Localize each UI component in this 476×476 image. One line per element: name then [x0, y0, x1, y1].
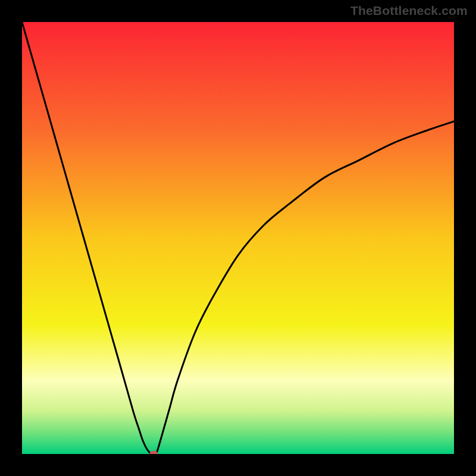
- plot-area: [22, 22, 454, 454]
- chart-frame: TheBottleneck.com: [0, 0, 476, 476]
- watermark-text: TheBottleneck.com: [350, 4, 468, 18]
- curve-layer: [22, 22, 454, 454]
- bottleneck-curve: [22, 22, 454, 454]
